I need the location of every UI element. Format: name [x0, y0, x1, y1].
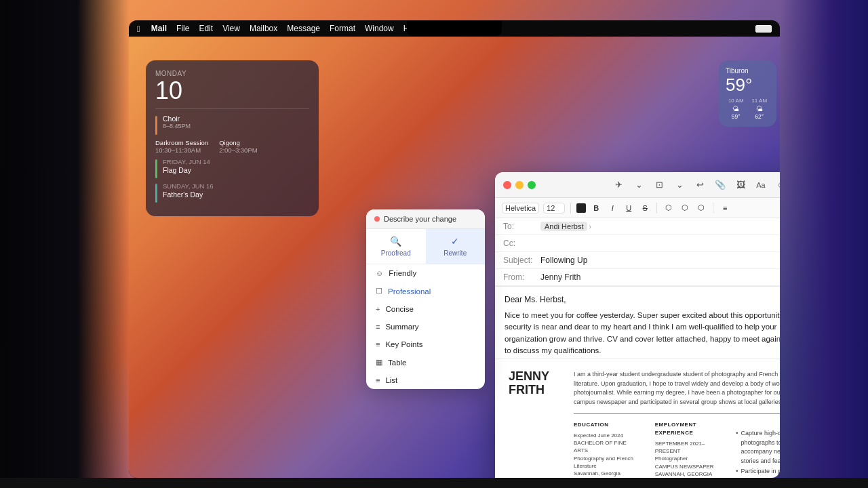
format-divider-1 [570, 203, 571, 214]
notch [407, 20, 502, 37]
cv-employment-title: EMPLOYMENT EXPERIENCE [655, 421, 723, 437]
font-size-select[interactable]: 12 [543, 203, 565, 214]
cv-employment-text: SEPTEMBER 2021–PRESENTPhotographerCAMPUS… [655, 440, 723, 478]
mail-fields: To: Andi Herbst › Cc: Subject: Following… [495, 218, 780, 287]
menubar-window[interactable]: Window [365, 24, 394, 33]
proofread-label: Proofread [381, 249, 411, 257]
weather-hourly: 10 AM 🌤 59° 11 AM 🌤 62° [726, 98, 770, 120]
professional-icon: ☐ [376, 287, 382, 296]
cv-education-text: Expected June 2024BACHELOR OF FINE ARTSP… [574, 432, 642, 478]
mail-subject-field[interactable]: Subject: Following Up [495, 252, 780, 269]
subject-label: Subject: [503, 256, 540, 265]
cv-bullet-1: Capture high-quality photographs to acco… [736, 429, 780, 466]
close-button[interactable] [503, 181, 511, 189]
menubar-mail[interactable]: Mail [151, 24, 167, 33]
ai-popup-title: Describe your change [384, 215, 456, 223]
cv-bio: I am a third-year student undergraduate … [574, 370, 780, 407]
mail-greeting: Dear Ms. Herbst, [505, 293, 780, 306]
calendar-widget: Monday 10 Choir 8–8:45PM Darkroom Sessio… [146, 60, 319, 216]
mail-compose-window: ✈ ⌄ ⊡ ⌄ ↩ 📎 🖼 Aa ☺ ⊞ Helvetica 12 B [495, 172, 780, 478]
view-icon[interactable]: ⊡ [652, 178, 667, 192]
minimize-button[interactable] [515, 181, 524, 189]
mail-format-bar: Helvetica 12 B I U S ⬡ ⬡ ⬡ ≡ [495, 198, 780, 218]
bold-button[interactable]: B [590, 202, 602, 214]
menubar-file[interactable]: File [176, 24, 189, 33]
attach-icon[interactable]: 📎 [713, 178, 728, 192]
recipient-expand-icon[interactable]: › [589, 223, 591, 230]
rewrite-icon: ✓ [451, 236, 459, 247]
weather-city: Tiburon [726, 67, 770, 75]
recipient-tag[interactable]: Andi Herbst [540, 222, 587, 231]
calendar-event-bar-choir [155, 116, 157, 135]
mail-body[interactable]: Dear Ms. Herbst, Nice to meet you for co… [495, 287, 780, 361]
ai-menu-keypoints[interactable]: ≡ Key Points [366, 336, 485, 353]
mail-paragraph: Nice to meet you for coffee yesterday. S… [505, 310, 780, 357]
menubar-format[interactable]: Format [330, 24, 355, 33]
font-select[interactable]: Helvetica [502, 203, 539, 214]
ai-menu-table[interactable]: ▦ Table [366, 353, 485, 371]
mail-to-field: To: Andi Herbst › [495, 218, 780, 235]
ai-popup-dot [374, 216, 380, 222]
cc-label: Cc: [503, 239, 540, 248]
ai-menu-list[interactable]: ≡ List [366, 371, 485, 389]
calendar-event-name-fathersday: Father's Day [163, 190, 214, 199]
from-value: Jenny Frith [540, 272, 580, 282]
align-left-button[interactable]: ⬡ [663, 202, 675, 214]
cv-bio-section: I am a third-year student undergraduate … [574, 370, 780, 478]
menubar-edit[interactable]: Edit [199, 24, 213, 33]
send-icon[interactable]: ✈ [611, 178, 626, 192]
from-label: From: [503, 272, 540, 282]
right-bezel [780, 0, 868, 488]
underline-button[interactable]: U [623, 202, 635, 214]
ai-menu-friendly[interactable]: ☺ Friendly [366, 264, 485, 282]
calendar-event-darkroom: Darkroom Session 10:30–11:30AM [155, 139, 208, 154]
ai-menu-summary[interactable]: ≡ Summary [366, 318, 485, 336]
menubar-mailbox[interactable]: Mailbox [250, 24, 277, 33]
ai-menu-concise[interactable]: + Concise [366, 300, 485, 318]
weather-icon-11am: 🌤 [749, 105, 770, 113]
calendar-event-time-choir: 8–8:45PM [163, 123, 191, 129]
weather-temp: 59° [726, 76, 770, 94]
calendar-event-fathersday: SUNDAY, JUN 16 Father's Day [155, 182, 309, 203]
photo-icon[interactable]: 🖼 [733, 178, 748, 192]
weather-hour-10am: 10 AM 🌤 59° [726, 98, 747, 120]
ai-popup-actions: 🔍 Proofread ✓ Rewrite [366, 229, 485, 264]
cv-sections: EDUCATION Expected June 2024BACHELOR OF … [574, 421, 780, 478]
friendly-icon: ☺ [376, 269, 383, 277]
maximize-button[interactable] [528, 181, 536, 189]
calendar-event-bar-flagday [155, 159, 157, 178]
bottom-bezel [0, 478, 868, 488]
indent-button[interactable]: ≡ [719, 202, 731, 214]
strikethrough-button[interactable]: S [639, 202, 651, 214]
format-divider-3 [713, 203, 713, 214]
color-picker[interactable] [576, 203, 586, 213]
align-center-button[interactable]: ⬡ [679, 202, 691, 214]
ai-rewrite-button[interactable]: ✓ Rewrite [426, 229, 486, 264]
window-toolbar: ✈ ⌄ ⊡ ⌄ ↩ 📎 🖼 Aa ☺ ⊞ [611, 178, 780, 192]
summary-icon: ≡ [376, 323, 380, 331]
to-label: To: [503, 222, 540, 231]
cv-divider [574, 413, 780, 414]
ai-popup-header: Describe your change [366, 209, 485, 229]
calendar-event-choir: Choir 8–8:45PM [155, 115, 309, 135]
mail-attachment-cv: JENNYFRITH I am a third-year student und… [495, 359, 780, 478]
send-chevron-icon[interactable]: ⌄ [631, 178, 646, 192]
rewrite-label: Rewrite [443, 249, 467, 257]
concise-icon: + [376, 305, 380, 313]
ai-proofread-button[interactable]: 🔍 Proofread [366, 229, 426, 264]
align-right-button[interactable]: ⬡ [695, 202, 707, 214]
calendar-event-date-flagday: FRIDAY, JUN 14 [163, 158, 210, 165]
view-chevron-icon[interactable]: ⌄ [672, 178, 687, 192]
italic-button[interactable]: I [606, 202, 618, 214]
font-icon[interactable]: Aa [753, 178, 768, 192]
undo-icon[interactable]: ↩ [692, 178, 707, 192]
cv-name-block: JENNYFRITH [509, 370, 563, 478]
emoji-icon[interactable]: ☺ [774, 178, 780, 192]
ai-menu-professional[interactable]: ☐ Professional [366, 282, 485, 300]
macbook-frame:  Mail File Edit View Mailbox Message Fo… [129, 20, 780, 478]
apple-menu[interactable]:  [137, 24, 140, 34]
table-icon: ▦ [376, 358, 382, 367]
menubar-view[interactable]: View [222, 24, 240, 33]
wallpaper: Monday 10 Choir 8–8:45PM Darkroom Sessio… [129, 37, 780, 478]
menubar-message[interactable]: Message [287, 24, 320, 33]
